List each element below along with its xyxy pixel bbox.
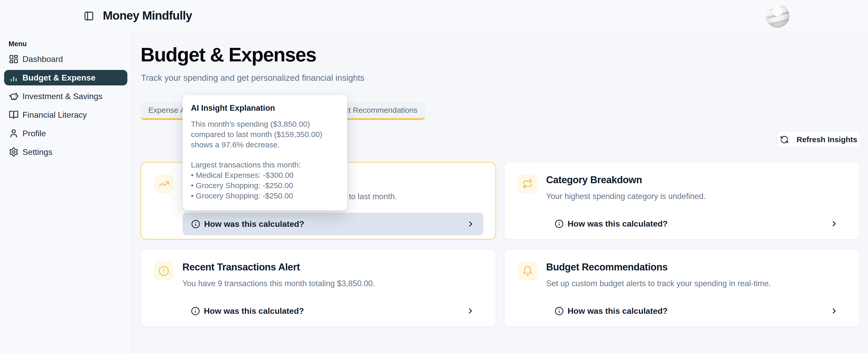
card-title: Budget Recommendations	[546, 262, 668, 273]
insight-card-budget-recommendations: Budget Recommendations Set up custom bud…	[504, 249, 860, 327]
popover-paragraph: This month's spending ($3,850.00) compar…	[191, 119, 339, 150]
panel-left-icon	[84, 11, 94, 21]
insight-card-category-breakdown: Category Breakdown Your highest spending…	[504, 162, 860, 240]
book-open-icon	[9, 110, 19, 120]
user-avatar[interactable]	[766, 4, 789, 28]
sidebar-item-settings[interactable]: Settings	[4, 144, 127, 160]
sidebar-item-label: Profile	[23, 129, 46, 138]
page-subtitle: Track your spending and get personalized…	[141, 73, 365, 83]
list-item: • Medical Expenses: -$300.00	[191, 170, 339, 180]
repeat-icon	[518, 174, 537, 193]
sidebar-item-label: Financial Literacy	[23, 110, 87, 120]
card-subtitle: Set up custom budget alerts to track you…	[546, 279, 771, 288]
sidebar-item-label: Investment & Savings	[23, 92, 102, 101]
chevron-right-icon	[466, 307, 474, 315]
sidebar-item-label: Settings	[23, 147, 53, 157]
card-title: Category Breakdown	[546, 174, 642, 185]
sidebar: Menu Dashboard Budget & Expense	[0, 32, 132, 353]
chevron-right-icon	[830, 307, 838, 315]
info-icon	[191, 307, 200, 316]
refresh-insights-button[interactable]: Refresh Insights	[777, 131, 860, 148]
sidebar-item-label: Budget & Expense	[23, 73, 96, 82]
card-title: Recent Transactions Alert	[182, 262, 300, 273]
info-icon	[555, 219, 564, 228]
user-icon	[9, 129, 19, 138]
chevron-right-icon	[830, 220, 838, 228]
info-icon	[191, 220, 200, 228]
insight-card-recent-transactions: Recent Transactions Alert You have 9 tra…	[141, 249, 496, 327]
sidebar-item-profile[interactable]: Profile	[4, 126, 127, 141]
sidebar-item-financial-literacy[interactable]: Financial Literacy	[4, 107, 127, 122]
list-item: • Grocery Shopping: -$250.00	[191, 180, 339, 191]
sidebar-item-dashboard[interactable]: Dashboard	[4, 51, 127, 67]
gear-icon	[9, 147, 19, 157]
list-item: • Grocery Shopping: -$250.00	[191, 191, 339, 201]
piggy-bank-icon	[9, 91, 19, 101]
how-calculated-label: How was this calculated?	[204, 306, 304, 316]
app-header: Money Mindfully	[0, 0, 868, 32]
alert-circle-icon	[154, 261, 173, 281]
ai-insight-popover: AI Insight Explanation This month's spen…	[183, 95, 347, 210]
bell-icon	[518, 261, 537, 281]
card-subtitle: You have 9 transactions this month total…	[182, 279, 375, 288]
refresh-icon	[780, 135, 789, 144]
chevron-right-icon	[467, 220, 475, 228]
refresh-button-label: Refresh Insights	[797, 135, 857, 144]
dashboard-icon	[9, 54, 19, 64]
how-calculated-button[interactable]: How was this calculated?	[546, 299, 847, 322]
info-icon	[555, 307, 564, 316]
sidebar-section-label: Menu	[8, 40, 27, 48]
trending-up-icon	[154, 174, 174, 193]
popover-title: AI Insight Explanation	[191, 103, 339, 113]
how-calculated-button[interactable]: How was this calculated?	[546, 212, 847, 235]
how-calculated-label: How was this calculated?	[204, 219, 304, 229]
how-calculated-label: How was this calculated?	[567, 306, 668, 316]
sidebar-nav: Dashboard Budget & Expense Investment & …	[0, 51, 131, 163]
sidebar-toggle-button[interactable]	[84, 11, 94, 21]
sidebar-item-investment-savings[interactable]: Investment & Savings	[4, 89, 127, 104]
how-calculated-button[interactable]: How was this calculated?	[182, 299, 483, 322]
card-subtitle: Your highest spending category is undefi…	[546, 192, 706, 201]
sidebar-item-budget-expense[interactable]: Budget & Expense	[4, 70, 127, 85]
how-calculated-label: How was this calculated?	[567, 219, 668, 228]
list-heading: Largest transactions this month:	[191, 160, 339, 170]
sidebar-item-label: Dashboard	[23, 55, 63, 64]
how-calculated-button[interactable]: How was this calculated?	[183, 213, 483, 235]
app-title: Money Mindfully	[103, 8, 192, 23]
bar-chart-icon	[9, 73, 19, 82]
popover-transaction-list: Largest transactions this month: • Medic…	[191, 160, 339, 201]
page-title: Budget & Expenses	[141, 43, 316, 66]
